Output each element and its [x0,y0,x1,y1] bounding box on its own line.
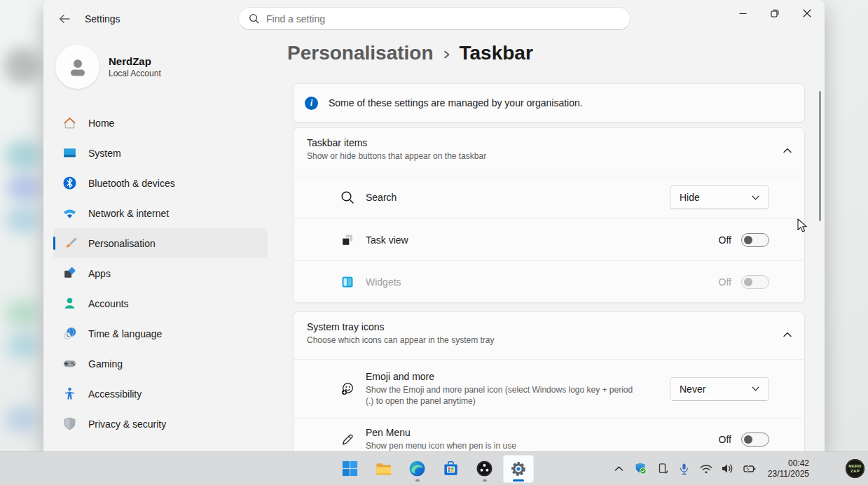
account-card[interactable]: NerdZap Local Account [55,45,161,89]
sidebar-item-personalisation[interactable]: Personalisation [53,228,268,258]
close-button[interactable] [791,0,823,27]
sidebar-item-label: Apps [88,268,111,279]
search-icon [249,13,259,24]
task-view-icon [340,232,355,248]
desktop-blob [4,48,41,84]
emoji-icon [340,381,355,397]
emoji-visibility-dropdown[interactable]: Never [670,377,769,401]
sidebar-item-label: Time & language [88,328,162,339]
collapse-button[interactable] [783,330,792,339]
sidebar-item-apps[interactable]: Apps [53,258,268,288]
account-text: NerdZap Local Account [109,55,161,78]
wifi-icon[interactable] [699,462,713,476]
system-icon [62,146,77,160]
pen-menu-toggle[interactable] [741,433,769,447]
minimize-button[interactable] [726,0,759,27]
obs-studio-button[interactable] [469,455,500,483]
microsoft-store-button[interactable] [436,455,467,483]
system-tray-icons-header[interactable]: System tray icons Choose which icons can… [294,312,804,359]
sidebar-item-network-internet[interactable]: Network & internet [53,198,268,228]
chevron-up-icon [783,148,792,153]
hidden-icons-chevron[interactable] [612,462,626,476]
toggle-knob [744,278,752,286]
dropdown-value: Never [680,384,705,395]
store-icon [442,460,460,477]
titlebar: Settings [43,0,825,36]
collapse-button[interactable] [783,146,792,155]
setting-row-task-view: Task view Off [294,218,804,260]
setting-description: Show the Emoji and more panel icon (sele… [366,384,635,407]
system-tray-icons-group: System tray icons Choose which icons can… [293,311,805,451]
taskbar-pinned-apps [333,452,535,485]
person-icon [66,55,90,79]
sidebar-item-privacy-security[interactable]: Privacy & security [53,409,268,439]
sidebar-item-system[interactable]: System [53,138,268,168]
setting-label: Pen Menu [366,427,516,438]
breadcrumb-parent[interactable]: Personalisation [287,42,434,64]
restore-button[interactable] [759,0,791,27]
toggle-knob [744,236,752,244]
taskbar-items-group: Taskbar items Show or hide buttons that … [293,127,805,303]
setting-row-emoji: Emoji and more Show the Emoji and more p… [294,359,804,418]
edge-button[interactable] [402,455,433,483]
managed-settings-banner: i Some of these settings are managed by … [293,83,805,122]
desktop-blob [6,406,38,433]
setting-row-search: Search Hide [294,176,804,218]
portable-device-icon[interactable] [656,462,670,476]
taskbar-clock[interactable]: 00:42 23/11/2025 [768,458,809,479]
active-indicator [513,479,524,482]
search-visibility-dropdown[interactable]: Hide [670,185,769,209]
group-subtitle: Choose which icons can appear in the sys… [307,335,790,345]
task-view-toggle[interactable] [741,233,769,247]
sidebar-item-accessibility[interactable]: Accessibility [53,379,268,409]
dropdown-value: Hide [680,192,700,203]
back-button[interactable] [53,9,76,28]
battery-icon[interactable] [743,462,757,476]
setting-label: Emoji and more [366,371,635,382]
sidebar-item-label: Bluetooth & devices [88,178,175,189]
privacy-icon [62,416,77,431]
sidebar-item-time-language[interactable]: Time & language [53,318,268,349]
sidebar-item-bluetooth-devices[interactable]: Bluetooth & devices [53,168,268,198]
sidebar-item-accounts[interactable]: Accounts [53,288,268,318]
app-title: Settings [85,13,120,24]
minimize-icon [739,10,747,17]
volume-icon[interactable] [721,462,735,476]
settings-button[interactable] [503,455,534,483]
desktop-blob [6,140,41,171]
setting-row-widgets: Widgets Off [294,260,804,302]
avatar [55,45,99,89]
group-subtitle: Show or hide buttons that appear on the … [307,151,790,161]
sidebar-item-gaming[interactable]: Gaming [53,349,268,379]
windows-security-icon[interactable] [634,462,648,476]
running-indicator [483,479,487,482]
setting-label: Widgets [366,276,401,288]
sidebar-item-label: Network & internet [88,208,169,219]
running-indicator [415,479,420,482]
microphone-icon[interactable] [677,462,691,476]
file-explorer-icon [375,460,393,478]
widgets-toggle [741,275,769,289]
close-icon [803,9,811,17]
start-button[interactable] [335,455,366,483]
toggle-state-label: Off [719,234,731,246]
search-input[interactable] [266,13,620,24]
sidebar-item-label: Privacy & security [88,419,166,430]
main-content: Personalisation Taskbar i Some of these … [293,36,805,451]
gear-icon [509,460,528,478]
window-controls [726,0,823,27]
windows-start-icon [341,460,359,477]
banner-text: Some of these settings are managed by yo… [329,97,583,108]
group-title: Taskbar items [307,137,790,148]
sidebar-item-home[interactable]: Home [53,108,268,138]
group-title: System tray icons [307,321,790,332]
search-box[interactable] [238,7,631,30]
scrollbar[interactable] [819,91,821,221]
network-icon [62,206,77,220]
file-explorer-button[interactable] [368,455,399,483]
sidebar-item-label: Personalisation [88,238,156,249]
chevron-right-icon [443,48,450,61]
restore-icon [771,9,779,17]
toggle-state-label: Off [719,434,731,445]
taskbar-items-header[interactable]: Taskbar items Show or hide buttons that … [294,128,804,176]
